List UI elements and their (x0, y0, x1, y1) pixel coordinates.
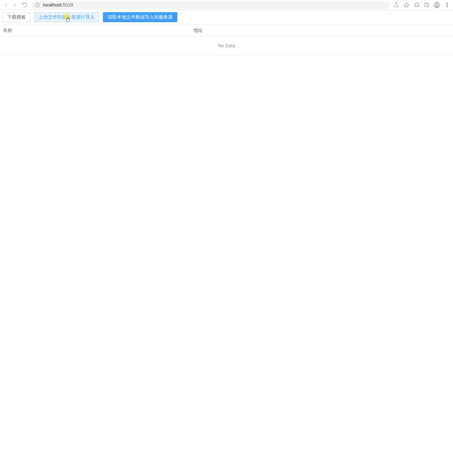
site-info-icon (35, 3, 40, 8)
svg-marker-4 (404, 3, 409, 7)
upload-to-server-button[interactable]: 上传文件到服务器进行导入 (34, 12, 99, 22)
side-panel-button[interactable] (424, 2, 429, 8)
url-text: localhost:5019 (43, 2, 73, 8)
table-body: No Data (0, 37, 453, 55)
star-icon (404, 2, 409, 8)
arrow-left-icon (3, 2, 9, 8)
svg-point-2 (37, 4, 38, 4)
avatar-text: 创客 (434, 3, 440, 7)
download-template-button[interactable]: 下载模板 (3, 12, 30, 22)
reload-icon (22, 2, 27, 8)
address-bar[interactable]: localhost:5019 (32, 1, 389, 9)
reload-button[interactable] (22, 2, 27, 8)
arrow-right-icon (12, 2, 18, 8)
column-header-address: 地址 (191, 25, 453, 36)
share-icon (394, 2, 399, 8)
read-local-import-button[interactable]: 读取本地文件数据导入到服务器 (103, 12, 177, 22)
dot-icon (447, 6, 448, 7)
dot-icon (447, 3, 448, 4)
nav-arrows-group (2, 2, 27, 8)
profile-avatar[interactable]: 创客 (434, 2, 440, 8)
page-toolbar: 下载模板 上传文件到服务器进行导入 读取本地文件数据导入到服务器 (0, 10, 453, 24)
svg-rect-5 (424, 3, 429, 7)
table-header-row: 名称 地址 (0, 24, 453, 37)
bookmark-button[interactable] (404, 2, 409, 8)
back-button[interactable] (3, 2, 9, 8)
empty-state-text: No Data (0, 37, 453, 55)
browser-menu-button[interactable] (444, 2, 449, 8)
puzzle-icon (414, 2, 419, 8)
upload-button-label: 上传文件到服务器进行导入 (39, 14, 95, 20)
forward-button[interactable] (12, 2, 18, 8)
browser-toolbar: localhost:5019 创客 (0, 0, 453, 10)
extensions-button[interactable] (414, 2, 419, 8)
dot-icon (447, 4, 448, 5)
column-header-name: 名称 (0, 25, 191, 36)
browser-right-icons: 创客 (394, 2, 451, 8)
panel-icon (424, 2, 429, 8)
share-button[interactable] (394, 2, 399, 8)
